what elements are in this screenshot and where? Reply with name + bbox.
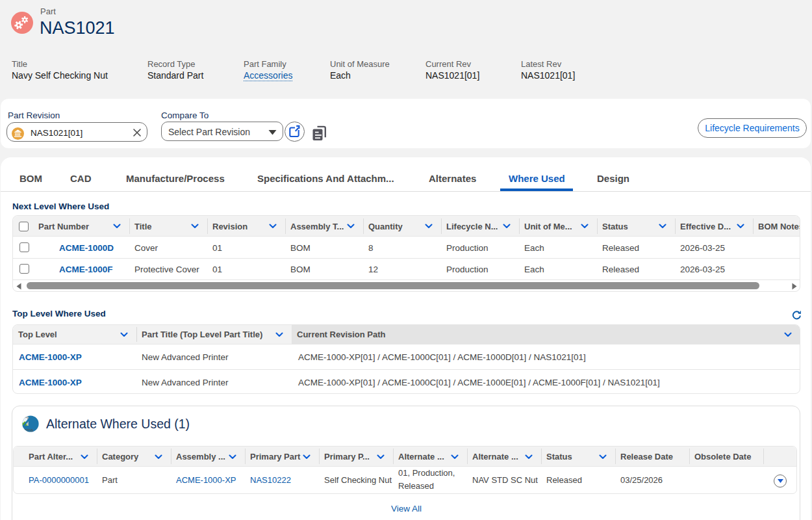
svg-text:erna: erna [24,428,33,432]
